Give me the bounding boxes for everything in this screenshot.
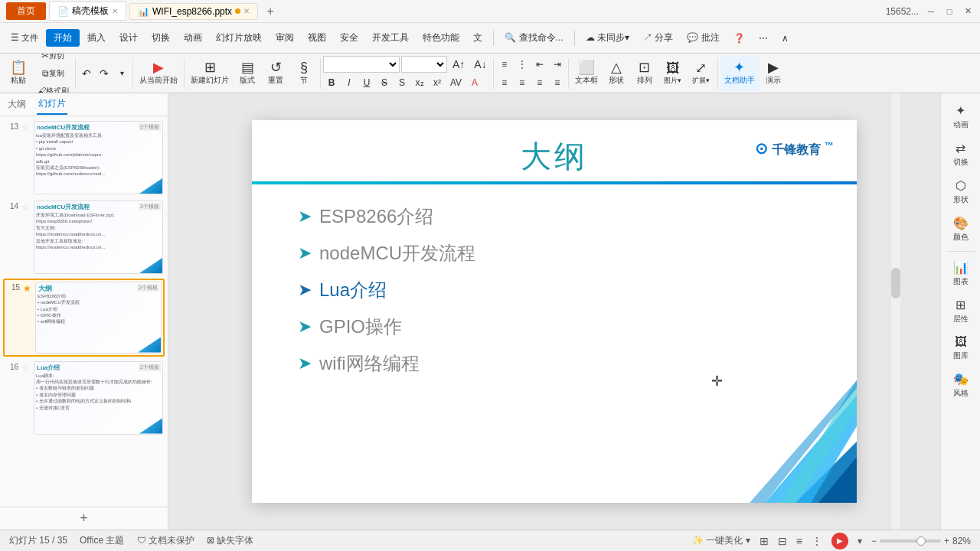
layout-button[interactable]: ▤ 版式 (234, 56, 261, 91)
present-button[interactable]: ▶ 演示 (760, 56, 787, 91)
align-left-button[interactable]: ≡ (496, 74, 513, 91)
paste-button[interactable]: 📋 粘贴 (5, 56, 32, 91)
ribbon-comment[interactable]: 💬 批注 (681, 28, 725, 47)
play-slideshow-button[interactable]: ▶ (831, 533, 848, 549)
ribbon-animation[interactable]: 动画 (178, 28, 208, 47)
ribbon-help[interactable]: ❓ (727, 30, 751, 47)
undo-history-button[interactable]: ▾ (113, 65, 130, 82)
slide-item-13[interactable]: 13 ☆ nodeMCU开发流程 2个模板 lua安装环境配置及安装相关工具: … (3, 119, 165, 196)
view-filmstrip-icon[interactable]: ⋮ (812, 535, 822, 547)
textbox-button[interactable]: ⬜ 文本框 (571, 56, 602, 91)
decrease-indent-button[interactable]: ⇤ (531, 56, 548, 73)
shadow-button[interactable]: S (394, 74, 410, 91)
ribbon-collapse[interactable]: ∧ (776, 30, 795, 47)
tab-file[interactable]: 📊 WIFI_esp8266.pptx ✕ (129, 3, 258, 20)
arrange-button[interactable]: ⊡ 排列 (631, 56, 658, 91)
redo-button[interactable]: ↷ (96, 65, 113, 82)
ribbon-review[interactable]: 审阅 (270, 28, 300, 47)
slide-item-15[interactable]: 15 ★ 大纲 2个模板 ESP8266介绍 • nodeMCU开发流程 • L… (3, 279, 165, 357)
assistant-button[interactable]: ✦ 文档助手 (720, 56, 759, 91)
color-panel-button[interactable]: 🎨 颜色 (944, 212, 978, 246)
cut-button[interactable]: ✂ 剪切 (33, 54, 73, 64)
vertical-scrollbar[interactable] (890, 93, 900, 530)
close-icon[interactable]: ✕ (112, 7, 118, 15)
transition-panel-button[interactable]: ⇄ 切换 (944, 137, 978, 171)
format-brush-button[interactable]: 🖌 格式刷 (33, 83, 73, 94)
numbered-list-button[interactable]: ⋮ (514, 56, 531, 73)
ribbon-switch[interactable]: 切换 (145, 28, 176, 47)
add-tab-button[interactable]: + (261, 2, 279, 21)
zoom-slider[interactable] (880, 540, 941, 543)
ribbon-sync[interactable]: ☁ 未同步▾ (580, 28, 635, 47)
justify-button[interactable]: ≡ (549, 74, 566, 91)
ribbon-view[interactable]: 视图 (302, 28, 332, 47)
sub-button[interactable]: x₂ (411, 74, 428, 91)
gallery-panel-button[interactable]: 🖼 图库 (944, 331, 978, 365)
ribbon-text[interactable]: 文 (467, 28, 488, 47)
ribbon-share[interactable]: ↗ 分享 (637, 28, 679, 47)
new-slide-button[interactable]: ⊞ 新建幻灯片 (187, 56, 233, 91)
scroll-thumb[interactable] (891, 268, 900, 298)
copy-button[interactable]: ⧉ 复制 (33, 65, 73, 82)
ribbon-security[interactable]: 安全 (334, 28, 364, 47)
zoom-out-button[interactable]: − (871, 536, 877, 546)
animation-panel-button[interactable]: ✦ 动画 (944, 99, 978, 134)
tab-template[interactable]: 📄 稿壳模板 ✕ (49, 2, 126, 21)
align-center-button[interactable]: ≡ (514, 74, 531, 91)
underline-button[interactable]: U (358, 74, 375, 91)
char-spacing-button[interactable]: AV (446, 74, 466, 91)
image-button[interactable]: 🖼 图片▾ (659, 56, 687, 91)
slide-item-16[interactable]: 16 ☆ Lua介绍 2个模板 Lua脚本: 用一行代码实现其他语言所需数十行才… (3, 360, 165, 436)
slide-item-14[interactable]: 14 ☆ nodeMCU开发流程 2个模板 开发环境工具(Download ES… (3, 199, 165, 276)
ribbon-devtools[interactable]: 开发工具 (366, 28, 415, 47)
font-color-button[interactable]: A (466, 74, 483, 91)
align-right-button[interactable]: ≡ (531, 74, 548, 91)
ribbon-insert[interactable]: 插入 (81, 28, 112, 47)
play-from-current-button[interactable]: ▶ 从当前开始 (136, 56, 181, 91)
ribbon-search[interactable]: 🔍 查找命令... (498, 28, 569, 47)
close-button[interactable]: ✕ (962, 5, 974, 18)
strikethrough-button[interactable]: S (376, 74, 393, 91)
font-family-select[interactable] (323, 56, 400, 73)
shape-button[interactable]: △ 形状 (603, 56, 630, 91)
chart-panel-button[interactable]: 📊 图表 (944, 256, 978, 291)
ribbon-hamburger[interactable]: ☰ 文件 (5, 29, 44, 47)
ribbon-start[interactable]: 开始 (46, 29, 80, 47)
increase-indent-button[interactable]: ⇥ (549, 56, 566, 73)
sup-button[interactable]: x² (429, 74, 446, 91)
home-tab[interactable]: 首页 (6, 2, 46, 20)
view-list-icon[interactable]: ≡ (796, 535, 802, 547)
italic-button[interactable]: I (341, 74, 358, 91)
office-theme-label: Office 主题 (80, 535, 124, 546)
add-slide-button[interactable]: + (0, 507, 168, 530)
shape-panel-button[interactable]: ⬡ 形状 (944, 174, 978, 209)
ribbon-features[interactable]: 特色功能 (416, 28, 466, 47)
font-size-select[interactable] (401, 56, 447, 73)
slide-tab[interactable]: 幻灯片 (37, 94, 67, 115)
bold-button[interactable]: B (323, 74, 340, 91)
maximize-button[interactable]: □ (943, 5, 956, 18)
outline-tab[interactable]: 大纲 (6, 95, 28, 114)
reset-button[interactable]: ↺ 重置 (262, 56, 289, 91)
font-decrease-button[interactable]: A↓ (470, 56, 490, 73)
canvas-area[interactable]: 大纲 ⊙ 千锋教育 ™ ➤ ESP8266介绍 ➤ nodeMCU开发流程 (168, 93, 940, 530)
layer-panel-button[interactable]: ⊞ 层性 (944, 294, 978, 328)
minimize-button[interactable]: ─ (925, 5, 937, 18)
ribbon-slideshow[interactable]: 幻灯片放映 (210, 28, 268, 47)
slide-canvas[interactable]: 大纲 ⊙ 千锋教育 ™ ➤ ESP8266介绍 ➤ nodeMCU开发流程 (252, 120, 857, 503)
align-list-button[interactable]: ≡ (496, 56, 513, 73)
style-panel-button[interactable]: 🎭 风格 (944, 368, 978, 403)
zoom-slider-thumb[interactable] (916, 536, 926, 546)
ribbon-more[interactable]: ⋯ (753, 30, 774, 47)
view-normal-icon[interactable]: ⊞ (760, 535, 769, 547)
font-increase-button[interactable]: A↑ (449, 56, 469, 73)
ribbon-design[interactable]: 设计 (113, 28, 144, 47)
view-grid-icon[interactable]: ⊟ (778, 535, 787, 547)
undo-button[interactable]: ↶ (78, 65, 95, 82)
beautify-button[interactable]: ✨ 一键美化 ▾ (692, 534, 750, 547)
section-button[interactable]: § 节 (290, 56, 318, 91)
close-tab-icon[interactable]: ✕ (243, 7, 250, 15)
play-options-button[interactable]: ▾ (858, 536, 862, 546)
expand-button[interactable]: ⤢ 扩展▾ (688, 56, 715, 91)
zoom-in-button[interactable]: + (944, 536, 949, 546)
